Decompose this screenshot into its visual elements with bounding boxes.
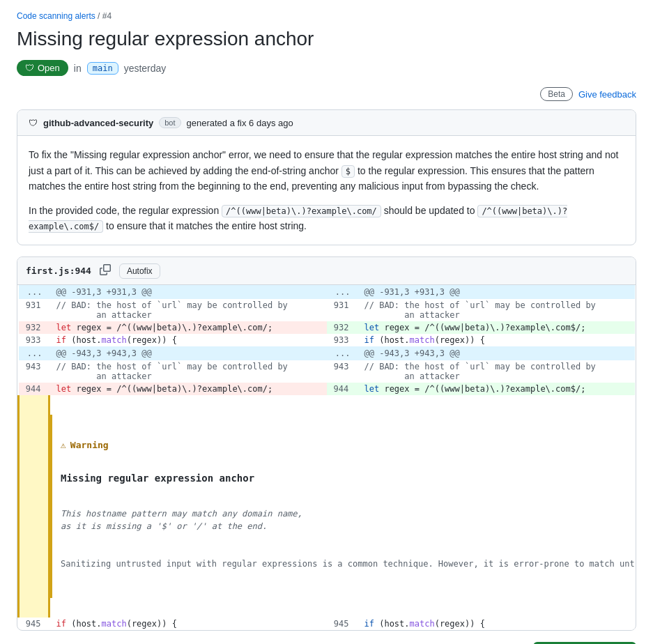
hunk2-range-left: @@ -943,3 +943,3 @@ <box>49 346 327 360</box>
right-code-943: // BAD: the host of `url` may be control… <box>358 360 635 383</box>
table-row: 933 if (host.match(regex)) { 933 if (hos… <box>19 334 635 346</box>
branch-tag: main <box>87 62 118 75</box>
give-feedback-link[interactable]: Give feedback <box>578 89 636 100</box>
diff-filename: first.js:944 <box>26 266 91 276</box>
bot-badge: bot <box>159 117 180 128</box>
status-in: in <box>74 63 82 74</box>
breadcrumb: Code scanning alerts / #4 <box>17 11 636 21</box>
fix-card-body: To fix the "Missing regular expression a… <box>17 136 636 245</box>
fix-action: generated a fix 6 days ago <box>187 118 293 128</box>
left-code-931: // BAD: the host of `url` may be control… <box>49 299 327 321</box>
breadcrumb-link[interactable]: Code scanning alerts <box>17 11 95 21</box>
shield-icon: 🛡 <box>25 63 34 73</box>
warning-long-desc: Sanitizing untrusted input with regular … <box>52 558 327 578</box>
status-row: 🛡 Open in main yesterday <box>17 60 636 76</box>
page-title: Missing regular expression anchor <box>17 26 636 52</box>
breadcrumb-issue-number: #4 <box>102 11 112 21</box>
right-line-num-931: 931 <box>327 299 358 321</box>
hunk-range-left: @@ -931,3 +931,3 @@ <box>49 285 327 299</box>
copy-button[interactable] <box>97 263 114 279</box>
diff-section: first.js:944 Autofix ... @@ -931,3 +931,… <box>17 256 636 630</box>
table-row: 944 let regex = /^((www|beta)\.)?example… <box>19 383 635 395</box>
right-code-945: if (host.match(regex)) { <box>358 618 635 630</box>
left-code-945: if (host.match(regex)) { <box>49 618 327 630</box>
right-line-num-943: 943 <box>327 360 358 383</box>
hunk-header-2: ... @@ -943,3 +943,3 @@ ... @@ -943,3 +9… <box>19 346 635 360</box>
warning-row: ⚠️ Warning Missing regular expression an… <box>19 395 635 617</box>
hunk2-dots-left: ... <box>19 346 49 360</box>
right-line-num-944: 944 <box>327 383 358 395</box>
right-code-933: if (host.match(regex)) { <box>358 334 635 346</box>
left-line-num-931: 931 <box>19 299 49 321</box>
left-code-943: // BAD: the host of `url` may be control… <box>49 360 327 383</box>
create-pr-button[interactable]: Create PR with fix <box>533 642 636 644</box>
beta-feedback-row: Beta Give feedback <box>17 87 636 101</box>
shield-icon-small: 🛡 <box>29 118 38 128</box>
fix-card-header: 🛡 github-advanced-security bot generated… <box>17 110 636 136</box>
fix-body-p1: To fix the "Missing regular expression a… <box>29 147 624 194</box>
right-line-num-933: 933 <box>327 334 358 346</box>
table-row: 932 let regex = /^((www|beta)\.)?example… <box>19 321 635 334</box>
fix-card: 🛡 github-advanced-security bot generated… <box>17 109 636 245</box>
fix-body-p2: In the provided code, the regular expres… <box>29 203 624 234</box>
left-code-933: if (host.match(regex)) { <box>49 334 327 346</box>
table-row: 945 if (host.match(regex)) { 945 if (hos… <box>19 618 635 630</box>
right-line-num-932: 932 <box>327 321 358 334</box>
warning-gutter <box>19 395 49 617</box>
hunk2-dots-right: ... <box>327 346 358 360</box>
warning-panel: ⚠️ Warning Missing regular expression an… <box>50 415 327 597</box>
left-line-num-933: 933 <box>19 334 49 346</box>
hunk-range-right: @@ -931,3 +931,3 @@ <box>358 285 635 299</box>
left-line-num-945: 945 <box>19 618 49 630</box>
fix-author: github-advanced-security <box>43 118 153 128</box>
warning-right-num <box>327 395 358 617</box>
hunk-header-1: ... @@ -931,3 +931,3 @@ ... @@ -931,3 +9… <box>19 285 635 299</box>
table-row: 943 // BAD: the host of `url` may be con… <box>19 360 635 383</box>
left-line-num-944: 944 <box>19 383 49 395</box>
warning-panel-cell: ⚠️ Warning Missing regular expression an… <box>49 395 327 617</box>
breadcrumb-separator: / <box>98 11 102 21</box>
beta-badge: Beta <box>540 87 573 101</box>
warning-icon: ⚠️ <box>61 440 66 450</box>
right-code-932: let regex = /^((www|beta)\.)?example\.co… <box>358 321 635 334</box>
hunk-dots-right: ... <box>327 285 358 299</box>
autofix-button[interactable]: Autofix <box>119 263 160 279</box>
right-code-944: let regex = /^((www|beta)\.)?example\.co… <box>358 383 635 395</box>
hunk-dots-left: ... <box>19 285 49 299</box>
left-code-944: let regex = /^((www|beta)\.)?example\.co… <box>49 383 327 395</box>
right-code-931: // BAD: the host of `url` may be control… <box>358 299 635 321</box>
diff-table-container: ... @@ -931,3 +931,3 @@ ... @@ -931,3 +9… <box>17 285 636 629</box>
warning-title: Missing regular expression anchor <box>52 473 327 488</box>
old-regex-code: /^((www|beta)\.)?example\.com/ <box>222 205 381 217</box>
warning-header: ⚠️ Warning <box>52 434 327 453</box>
status-label: Open <box>38 63 60 73</box>
left-line-num-932: 932 <box>19 321 49 334</box>
hunk2-range-right: @@ -943,3 +943,3 @@ <box>358 346 635 360</box>
warning-right-code <box>358 395 635 617</box>
status-badge: 🛡 Open <box>17 60 68 76</box>
warning-label: Warning <box>70 440 109 450</box>
left-line-num-943: 943 <box>19 360 49 383</box>
table-row: 931 // BAD: the host of `url` may be con… <box>19 299 635 321</box>
right-line-num-945: 945 <box>327 618 358 630</box>
status-time: yesterday <box>124 63 167 74</box>
dollar-code: $ <box>341 165 355 178</box>
warning-short-desc: This hostname pattern may match any doma… <box>52 507 327 538</box>
left-code-932: let regex = /^((www|beta)\.)?example\.co… <box>49 321 327 334</box>
diff-header: first.js:944 Autofix <box>17 257 636 285</box>
